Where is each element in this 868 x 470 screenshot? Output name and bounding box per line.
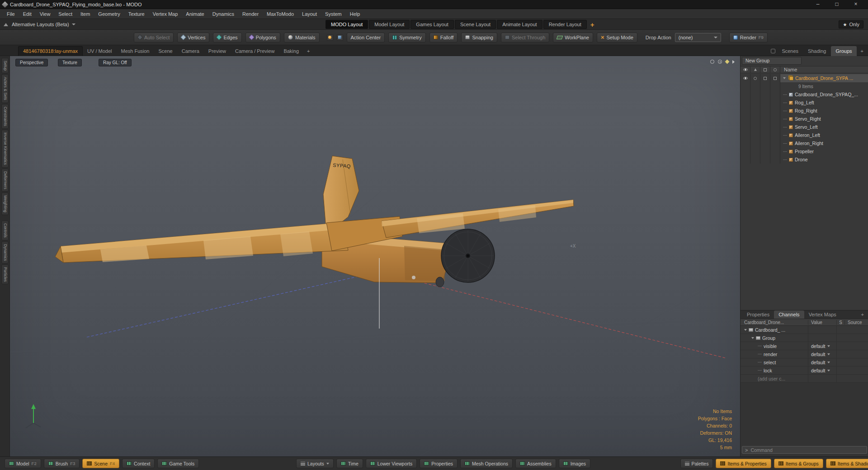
sidebar-item-deformers[interactable]: Deformers xyxy=(1,169,9,192)
channel-row[interactable]: render default xyxy=(741,350,868,358)
tab-mesh-fusion[interactable]: Mesh Fusion xyxy=(117,46,154,56)
channel-value-select[interactable]: default xyxy=(808,358,837,366)
menu-item[interactable]: Item xyxy=(76,9,94,19)
brush-mode-button[interactable]: BrushF3 xyxy=(44,459,80,468)
item-name[interactable]: Drone xyxy=(795,157,808,162)
scene-mode-button[interactable]: SceneF4 xyxy=(82,459,119,468)
tab-uv-model[interactable]: UV / Model xyxy=(83,46,116,56)
snapping-button[interactable]: Snapping xyxy=(461,33,497,42)
lock-icon[interactable] xyxy=(764,77,767,80)
item-name[interactable]: Rog_Left xyxy=(795,100,814,105)
filter-icon[interactable] xyxy=(774,77,777,80)
viewport-expand-icon[interactable] xyxy=(732,60,735,64)
render-button[interactable]: Render F9 xyxy=(729,33,768,42)
tab-shading[interactable]: Shading xyxy=(803,46,830,56)
assemblies-button[interactable]: Assemblies xyxy=(515,459,556,468)
channel-row[interactable]: select default xyxy=(741,358,868,367)
item-name[interactable]: Aileron_Left xyxy=(795,132,820,138)
menu-layout[interactable]: Layout xyxy=(298,9,321,19)
tab-scene-instance[interactable]: 48146780318:lay-unmax xyxy=(18,46,83,56)
tab-properties[interactable]: Properties xyxy=(742,310,774,319)
palettes-button[interactable]: Palettes xyxy=(680,459,713,468)
menu-help[interactable]: Help xyxy=(346,9,364,19)
menu-texture[interactable]: Texture xyxy=(124,9,149,19)
menu-dynamics[interactable]: Dynamics xyxy=(208,9,238,19)
select-toggle-icon[interactable] xyxy=(754,77,757,80)
menu-select[interactable]: Select xyxy=(54,9,76,19)
item-name[interactable]: Servo_Left xyxy=(795,124,818,130)
channel-value-select[interactable]: default xyxy=(808,350,837,358)
tab-games-layout[interactable]: Games Layout xyxy=(410,20,454,29)
action-center-local-icon[interactable] xyxy=(337,34,343,41)
list-item[interactable]: Rog_Right xyxy=(741,107,868,115)
lower-viewports-button[interactable]: Lower Viewports xyxy=(366,459,417,468)
expand-icon[interactable] xyxy=(783,77,786,79)
group-row-root[interactable]: Cardboard_Drone_SYPA ... xyxy=(741,74,868,82)
minimize-icon[interactable]: – xyxy=(808,0,827,9)
panel-expand-icon[interactable] xyxy=(771,49,775,53)
column-name[interactable]: Cardboard_Drone... xyxy=(741,320,808,325)
list-item[interactable]: Servo_Right xyxy=(741,115,868,123)
menu-system[interactable]: System xyxy=(321,9,346,19)
tab-camera-preview[interactable]: Camera / Preview xyxy=(231,46,279,56)
setup-mode-button[interactable]: × Setup Mode xyxy=(597,33,637,42)
properties-button[interactable]: Properties xyxy=(420,459,458,468)
menu-file[interactable]: File xyxy=(3,9,19,19)
list-item[interactable]: Rog_Left xyxy=(741,99,868,107)
list-item[interactable]: Cardboard_Drone_SYPAQ_... xyxy=(741,90,868,99)
item-name[interactable]: Aileron_Right xyxy=(795,141,823,146)
sidebar-item-weighting[interactable]: Weighting xyxy=(1,193,9,215)
tab-scenes[interactable]: Scenes xyxy=(777,46,803,56)
game-tools-button[interactable]: Game Tools xyxy=(157,459,199,468)
sidebar-item-actors-sets[interactable]: Actors & Sets xyxy=(1,74,9,103)
tab-vertex-maps[interactable]: Vertex Maps xyxy=(804,310,841,319)
list-item[interactable]: Aileron_Left xyxy=(741,131,868,139)
viewport-options-icon[interactable] xyxy=(725,60,730,64)
eye-icon[interactable] xyxy=(743,77,748,80)
tab-scene[interactable]: Scene xyxy=(154,46,177,56)
tab-channels[interactable]: Channels xyxy=(774,310,804,319)
list-item[interactable]: Aileron_Right xyxy=(741,139,868,147)
item-name[interactable]: Rog_Right xyxy=(795,108,817,113)
viewport-canvas[interactable]: SYPAQ xyxy=(10,56,740,456)
select-through-button[interactable]: Select Through xyxy=(501,33,549,42)
tab-preview[interactable]: Preview xyxy=(204,46,231,56)
column-source[interactable]: Source xyxy=(845,320,868,325)
tab-baking[interactable]: Baking xyxy=(279,46,303,56)
menu-view[interactable]: View xyxy=(36,9,55,19)
vertices-button[interactable]: Vertices xyxy=(177,33,209,42)
texture-mode-button[interactable]: Texture xyxy=(58,59,82,66)
viewport-3d[interactable]: SYPAQ xyxy=(10,56,740,456)
add-tab-button[interactable]: + xyxy=(857,310,868,319)
tab-animate-layout[interactable]: Animate Layout xyxy=(497,20,542,29)
sidebar-item-setup[interactable]: Setup xyxy=(1,58,9,73)
tab-render-layout[interactable]: Render Layout xyxy=(543,20,587,29)
channel-row[interactable]: visible default xyxy=(741,342,868,350)
items-properties-button[interactable]: Items & Properties xyxy=(716,459,771,468)
viewport-rotate-icon[interactable] xyxy=(710,60,714,64)
expand-icon[interactable] xyxy=(744,329,747,331)
command-input[interactable] xyxy=(750,447,850,453)
tab-camera[interactable]: Camera xyxy=(177,46,204,56)
channel-row[interactable]: lock default xyxy=(741,367,868,375)
add-layout-button[interactable]: + xyxy=(588,21,597,28)
cursor-icon[interactable] xyxy=(754,68,757,71)
context-mode-button[interactable]: Context xyxy=(122,459,155,468)
ray-gl-button[interactable]: Ray GL: Off xyxy=(99,59,132,66)
list-item[interactable]: Propeller xyxy=(741,147,868,155)
polygons-button[interactable]: Polygons xyxy=(245,33,280,42)
lock-icon[interactable] xyxy=(764,68,767,71)
eye-icon[interactable] xyxy=(743,68,748,71)
group-name[interactable]: Cardboard_Drone_SYPA ... xyxy=(795,75,853,81)
sidebar-item-dynamics[interactable]: Dynamics xyxy=(1,241,9,263)
close-icon[interactable]: × xyxy=(846,0,865,9)
menu-maxtomodo[interactable]: MaxToModo xyxy=(263,9,298,19)
viewport-reset-icon[interactable] xyxy=(718,60,722,64)
menu-edit[interactable]: Edit xyxy=(19,9,36,19)
add-viewport-tab-button[interactable]: + xyxy=(303,46,313,56)
mesh-operations-button[interactable]: Mesh Operations xyxy=(460,459,513,468)
materials-button[interactable]: Materials xyxy=(284,33,320,42)
list-item[interactable]: Drone xyxy=(741,155,868,164)
workplane-button[interactable]: WorkPlane xyxy=(553,33,593,42)
menu-vertex-map[interactable]: Vertex Map xyxy=(149,9,182,19)
